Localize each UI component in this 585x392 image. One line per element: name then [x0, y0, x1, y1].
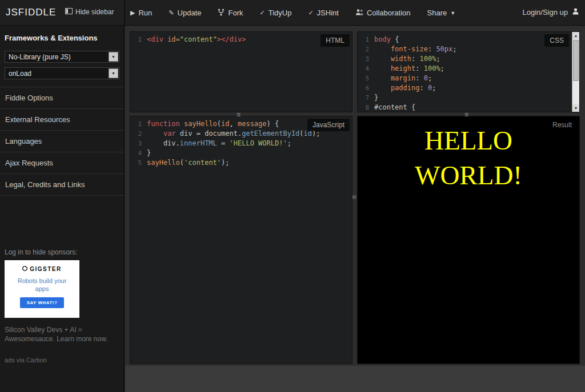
- run-label: Run: [138, 9, 152, 17]
- js-editor-panel: 1function sayHello(id, message) {2 var d…: [130, 116, 352, 364]
- check-icon: ✓: [308, 9, 313, 17]
- sidebar-item-fiddle-options[interactable]: Fiddle Options: [0, 87, 124, 109]
- code-line: 8#content {: [358, 103, 579, 112]
- code-line: 4}: [130, 148, 352, 158]
- user-icon: [572, 7, 579, 17]
- toolbar-actions: ▶ Run ✎ Update Fork ✓ TidyUp ✓ JSHint Co…: [130, 0, 455, 26]
- result-output-text: HELLO WORLD!: [388, 123, 548, 193]
- row-resize-handle-right[interactable]: ≡: [464, 112, 468, 118]
- line-number: 7: [358, 93, 369, 103]
- sponsor-area: Log in to hide sponsors: GIGSTER Robots …: [5, 248, 119, 363]
- share-label: Share: [427, 9, 447, 17]
- line-number: 3: [130, 139, 142, 148]
- sidebar-item-legal-credits[interactable]: Legal, Credits and Links: [0, 174, 124, 196]
- fork-label: Fork: [228, 9, 243, 17]
- gigster-logo-icon: [22, 266, 27, 272]
- line-number: 5: [358, 74, 369, 83]
- code-line: 1<div id="content"></div>: [130, 35, 352, 45]
- css-editor-panel: 1body {2 font-size: 50px;3 width: 100%;4…: [357, 31, 580, 112]
- line-number: 2: [130, 129, 142, 139]
- library-select[interactable]: No-Library (pure JS) ▼: [5, 51, 119, 63]
- select-arrow-icon: ▼: [109, 52, 118, 62]
- ad-caption[interactable]: Silicon Valley Devs + AI = Awesomesauce.…: [5, 325, 113, 343]
- code-line: 6 padding: 0;: [358, 83, 579, 93]
- code-line: 4 height: 100%;: [358, 64, 579, 74]
- tidyup-button[interactable]: ✓ TidyUp: [259, 9, 291, 17]
- tidyup-label: TidyUp: [269, 9, 292, 17]
- fork-button[interactable]: Fork: [218, 9, 243, 18]
- result-panel-label: Result: [547, 119, 577, 131]
- header-divider: [125, 0, 125, 26]
- css-panel-label: CSS: [544, 34, 569, 47]
- onload-select-value: onLoad: [5, 70, 109, 78]
- code-line: 5sayHello('content');: [130, 158, 352, 168]
- sponsor-note: Log in to hide sponsors:: [5, 248, 119, 256]
- chevron-down-icon: ▼: [450, 10, 455, 16]
- code-line: 3 div.innerHTML = 'HELLO WORLD!';: [130, 139, 352, 148]
- ad-tagline: Robots build your apps: [17, 277, 68, 293]
- update-button[interactable]: ✎ Update: [169, 9, 201, 17]
- code-line: 7}: [358, 93, 579, 103]
- code-line: 5 margin: 0;: [358, 74, 579, 83]
- line-number: 6: [358, 83, 369, 93]
- code-line: 3 width: 100%;: [358, 54, 579, 64]
- content-background: [125, 366, 585, 392]
- css-scrollbar[interactable]: ▲ ▼: [572, 32, 579, 112]
- sidebar-item-ajax-requests[interactable]: Ajax Requests: [0, 152, 124, 174]
- column-resize-handle[interactable]: ≡: [351, 195, 357, 199]
- row-resize-handle-left[interactable]: ≡: [237, 112, 241, 118]
- sidebar-item-languages[interactable]: Languages: [0, 131, 124, 152]
- scroll-up-icon[interactable]: ▲: [572, 32, 579, 39]
- frameworks-heading: Frameworks & Extensions: [0, 26, 124, 47]
- select-arrow-icon: ▼: [109, 68, 118, 78]
- result-panel: HELLO WORLD! Result: [357, 116, 580, 364]
- line-number: 3: [358, 54, 369, 64]
- update-label: Update: [178, 9, 202, 17]
- hide-sidebar-button[interactable]: Hide sidebar: [65, 8, 114, 16]
- scrollbar-thumb[interactable]: [573, 40, 579, 81]
- html-code-editor[interactable]: 1<div id="content"></div>: [130, 32, 352, 45]
- play-icon: ▶: [130, 9, 135, 17]
- hide-sidebar-label: Hide sidebar: [75, 8, 114, 16]
- line-number: 4: [358, 64, 369, 74]
- sidebar: Frameworks & Extensions No-Library (pure…: [0, 26, 125, 392]
- ad-cta-button[interactable]: SAY WHAT!?: [20, 297, 65, 308]
- line-number: 2: [358, 45, 369, 54]
- library-select-value: No-Library (pure JS): [5, 53, 109, 61]
- line-number: 8: [358, 103, 369, 112]
- collaboration-label: Collaboration: [367, 9, 411, 17]
- top-toolbar: JSFIDDLE Hide sidebar ▶ Run ✎ Update For…: [0, 0, 585, 26]
- jshint-label: JSHint: [317, 9, 339, 17]
- collaboration-button[interactable]: Collaboration: [355, 9, 411, 17]
- scroll-down-icon[interactable]: ▼: [572, 104, 579, 112]
- hide-sidebar-icon: [65, 8, 73, 16]
- app-logo[interactable]: JSFIDDLE: [6, 7, 56, 18]
- ads-via-carbon-link[interactable]: ads via Carbon: [5, 357, 119, 363]
- line-number: 1: [358, 35, 369, 45]
- html-editor-panel: 1<div id="content"></div> HTML: [130, 31, 352, 112]
- sponsor-ad-card[interactable]: GIGSTER Robots build your apps SAY WHAT!…: [5, 260, 79, 318]
- js-panel-label: JavaScript: [307, 119, 350, 131]
- html-panel-label: HTML: [320, 34, 350, 47]
- line-number: 1: [130, 35, 142, 45]
- jshint-button[interactable]: ✓ JSHint: [308, 9, 339, 17]
- share-button[interactable]: Share ▼: [427, 9, 456, 17]
- run-button[interactable]: ▶ Run: [130, 9, 152, 17]
- login-button[interactable]: Login/Sign up: [522, 7, 579, 17]
- login-label: Login/Sign up: [522, 8, 568, 17]
- check-icon: ✓: [259, 9, 265, 17]
- line-number: 4: [130, 148, 142, 158]
- pencil-icon: ✎: [169, 9, 174, 17]
- line-number: 1: [130, 119, 142, 129]
- line-number: 5: [130, 158, 142, 168]
- fork-icon: [218, 9, 225, 18]
- people-icon: [355, 9, 363, 17]
- onload-select[interactable]: onLoad ▼: [5, 67, 119, 79]
- sidebar-item-external-resources[interactable]: External Resources: [0, 109, 124, 131]
- ad-brand-label: GIGSTER: [30, 266, 62, 272]
- ad-brand-row: GIGSTER: [5, 266, 79, 272]
- sidebar-accordion: Fiddle Options External Resources Langua…: [0, 87, 124, 196]
